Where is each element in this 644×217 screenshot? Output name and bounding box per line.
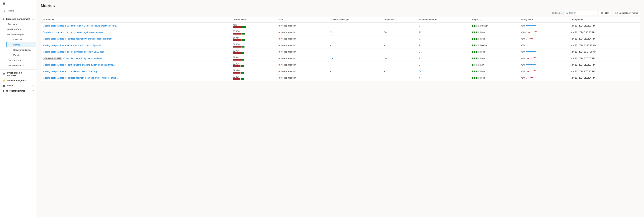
metric-name-cell[interactable]: UPCOMING UPDATE Critical devices with hi… [41,55,231,62]
affected-assets-cell: - [328,62,382,68]
metric-name-cell[interactable]: Missing best practices to ensure secure … [41,42,231,48]
sidebar-group-sentinel[interactable]: ◈ Microsoft Sentinel ▼ [0,88,36,94]
metric-name-link[interactable]: Missing best practices to secure privile… [43,50,104,53]
col-header-affected-assets[interactable]: Affected assets i [328,17,382,22]
state-dot [278,25,280,26]
recommendations-link[interactable]: 4 [419,76,420,79]
metric-name-cell[interactable]: Missing best practices for devices again… [41,36,231,42]
metric-name-link[interactable]: Critical devices with high exposure leve… [64,57,102,60]
sidebar-group-exposure-insights[interactable]: Exposure insights ▲ [3,32,36,37]
suggest-button[interactable]: 💬 Suggest new metric [613,11,640,15]
affected-assets-text: - [330,38,331,40]
sidebar-group-attack-surface[interactable]: Attack surface ▼ [3,27,36,32]
threat-icon: ⚡ [3,79,5,82]
search-box[interactable]: 🔍 [564,11,597,15]
sidebar-item-initiatives[interactable]: Initiatives [6,37,36,42]
metric-name-link[interactable]: Missing best practices in Exchange Admin… [43,24,118,27]
current-value-cell: 59.85% [231,68,276,74]
recommendations-link[interactable]: 7 [419,24,420,27]
filter-button[interactable]: ⊟ Filter [599,11,611,15]
metric-name-link[interactable]: Missing best practices for configuration… [43,64,115,66]
recommendations-cell[interactable]: 39 [417,68,470,74]
sidebar-item-recommendations[interactable]: Recommendations [6,47,36,52]
recommendations-link[interactable]: 39 [419,70,421,72]
trend-chart [526,70,536,73]
sidebar-item-secure-score[interactable]: Secure score [3,58,36,63]
current-value-text: 64.98% [233,37,274,39]
recommendations-link[interactable]: 10 [419,31,421,34]
recommendations-link[interactable]: 7 [419,38,420,40]
last-updated-cell: Nov 12, 2024 2:33:20 PM [568,68,640,74]
recommendations-link[interactable]: 9 [419,64,420,66]
sidebar-group-investigation[interactable]: 🛡 Investigation & response ▼ [0,70,36,78]
sidebar-group-exposure-management[interactable]: ⊙ Exposure management ▲ [0,16,36,22]
affected-assets-info-icon[interactable]: i [346,19,348,21]
col-header-state[interactable]: State [276,17,328,22]
last-updated-cell: Nov 12, 2024 1:05:53 PM [568,55,640,62]
affected-assets-link[interactable]: 52 [330,31,332,34]
affected-assets-link[interactable]: 10 [330,57,332,60]
weight-square [476,44,478,46]
sidebar-item-overview[interactable]: Overview [3,22,36,27]
recommendations-link[interactable]: 1 [419,57,420,60]
state-cell: Needs attention [276,68,328,74]
metric-name-cell[interactable]: Essential missing best practices to prot… [41,29,231,36]
recommendations-cell[interactable]: 7 [417,36,470,42]
trend-cell: +9% [519,36,568,42]
sidebar-group-assets[interactable]: ▦ Assets ▼ [0,83,36,88]
current-value-text: 59.21% [233,76,274,78]
metric-name-cell[interactable]: Missing best practices to secure privile… [41,48,231,55]
table-row: Missing best practices in Exchange Admin… [41,22,640,29]
recommendations-cell[interactable]: 10 [417,29,470,36]
sidebar-hamburger[interactable]: ☰ [0,0,36,7]
filter-label: Filter [604,12,609,14]
recommendations-cell[interactable]: 9 [417,62,470,68]
table-row: Essential missing best practices to prot… [41,29,640,36]
metrics-label: Metrics [13,44,20,46]
col-header-current-value[interactable]: Current value ↓ [231,17,276,22]
affected-assets-cell[interactable]: 10 [328,55,382,62]
col-header-weight[interactable]: Weight i [470,17,519,22]
sidebar-item-metrics[interactable]: Metrics [6,42,36,47]
col-header-last-updated[interactable]: Last updated [568,17,640,22]
metric-name-cell[interactable]: Missing best practices for configuration… [41,62,231,68]
col-header-recommendations[interactable]: Recommendations [417,17,470,22]
trend-value: +10% [521,31,526,34]
metric-name-link[interactable]: Missing best practices for controlling a… [43,70,99,72]
weight-info-icon[interactable]: i [480,19,482,21]
recommendations-cell[interactable]: 9 [417,48,470,55]
weight-cell: High [470,74,519,81]
sidebar-item-home[interactable]: ⌂ Home [1,8,36,14]
col-header-trend[interactable]: 14-day trend [519,17,568,22]
sidebar-item-events[interactable]: Events [6,52,36,58]
recommendations-cell[interactable]: 1 [417,55,470,62]
weight-squares [472,51,480,53]
progress-red-bar [233,33,241,34]
total-items-text: - [384,70,385,72]
col-header-metric-name[interactable]: Metric name [41,17,231,22]
metric-name-link[interactable]: Missing best practices for devices again… [43,76,118,79]
total-items-cell: - [382,68,417,74]
metric-name-cell[interactable]: Missing best practices for controlling a… [41,68,231,74]
affected-assets-cell[interactable]: 52 [328,29,382,36]
trend-chart [526,76,536,80]
total-items-cell: - [382,48,417,55]
recommendations-cell[interactable]: 7 [417,42,470,48]
metric-name-link[interactable]: Essential missing best practices to prot… [43,31,103,34]
trend-chart [526,63,536,66]
state-text: Needs attention [281,50,296,53]
metric-name-cell[interactable]: Missing best practices for devices again… [41,74,231,81]
affected-assets-text: - [330,44,331,46]
metric-name-cell[interactable]: Missing best practices in Exchange Admin… [41,22,231,29]
recommendations-cell[interactable]: 4 [417,74,470,81]
recommendations-link[interactable]: 7 [419,44,420,46]
sidebar-item-data-connectors[interactable]: Data connectors [3,63,36,68]
recommendations-link[interactable]: 9 [419,50,420,53]
col-header-total-items[interactable]: Total items [382,17,417,22]
metric-name-link[interactable]: Missing best practices for devices again… [43,38,112,40]
recommendations-cell[interactable]: 7 [417,22,470,29]
metric-name-link[interactable]: Missing best practices to ensure secure … [43,44,102,46]
trend-chart [526,37,536,40]
sidebar-group-threat-intelligence[interactable]: ⚡ Threat intelligence ▼ [0,78,36,83]
search-input[interactable] [569,12,595,14]
